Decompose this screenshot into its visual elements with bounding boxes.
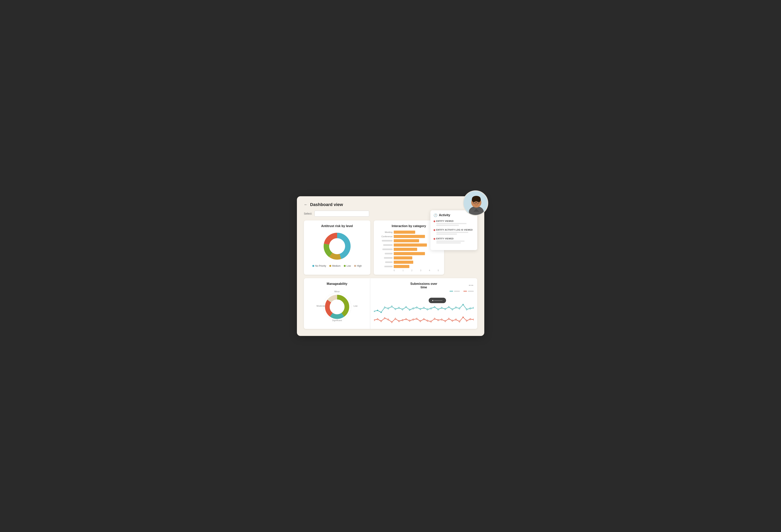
activity-event-3: ENTITY VIEWED xyxy=(436,237,474,240)
svg-point-73 xyxy=(452,320,453,321)
antitrust-card: Antitrust risk by level xyxy=(304,220,370,275)
bar-conference xyxy=(394,235,425,238)
svg-point-34 xyxy=(416,307,417,308)
back-button[interactable]: ← xyxy=(304,202,308,207)
svg-point-56 xyxy=(391,321,392,323)
submissions-chart: ● ───── xyxy=(374,294,474,326)
antitrust-donut xyxy=(307,231,367,262)
bar-axis: 012345 xyxy=(379,269,439,272)
svg-point-37 xyxy=(427,309,428,310)
svg-point-30 xyxy=(402,309,403,310)
three-dots-button[interactable]: ••• xyxy=(469,283,474,287)
svg-point-61 xyxy=(409,320,410,321)
bar-row-9 xyxy=(379,265,439,268)
svg-point-40 xyxy=(438,309,439,310)
avatar xyxy=(463,190,488,216)
svg-point-47 xyxy=(462,304,463,305)
svg-point-51 xyxy=(374,319,375,321)
svg-point-28 xyxy=(395,308,396,310)
svg-point-44 xyxy=(452,309,453,310)
svg-point-66 xyxy=(427,320,428,321)
activity-dot-2 xyxy=(434,229,435,231)
bar-5 xyxy=(394,248,417,251)
svg-point-39 xyxy=(434,306,435,308)
legend-no-priority: No Priority xyxy=(312,265,326,267)
low-label: Low xyxy=(354,305,358,307)
svg-point-38 xyxy=(430,308,431,309)
page-title: Dashboard view xyxy=(310,202,343,207)
bar-row-4 xyxy=(379,243,439,247)
svg-point-46 xyxy=(459,308,460,309)
svg-point-62 xyxy=(413,319,414,320)
svg-point-57 xyxy=(395,318,396,319)
antitrust-legend: No Priority Medium Low High xyxy=(307,265,367,267)
bar-6 xyxy=(394,252,425,255)
svg-point-65 xyxy=(423,318,424,320)
svg-point-41 xyxy=(441,307,442,308)
bar-9 xyxy=(394,265,409,268)
submissions-title: Submissions over time xyxy=(407,282,440,289)
legend-medium: Medium xyxy=(329,265,341,267)
activity-event-2: ENTITY ACTIVITY LOG IS VIEWED xyxy=(436,229,474,231)
svg-point-23 xyxy=(377,310,378,311)
legend-series2 xyxy=(463,291,474,292)
activity-item-2: ENTITY ACTIVITY LOG IS VIEWED xyxy=(434,229,474,235)
svg-point-79 xyxy=(473,319,474,320)
manageability-card: Manageability Minor Low Significant Mode… xyxy=(304,278,370,329)
svg-point-68 xyxy=(434,318,435,319)
svg-point-43 xyxy=(448,306,449,308)
submissions-header: Submissions over time ••• xyxy=(374,282,474,289)
svg-point-21 xyxy=(330,300,344,314)
svg-point-60 xyxy=(405,318,406,320)
legend-series1 xyxy=(450,291,460,292)
svg-point-49 xyxy=(470,308,470,309)
svg-point-74 xyxy=(455,319,456,320)
svg-point-58 xyxy=(399,320,399,322)
activity-dot-1 xyxy=(434,220,435,222)
select-label: Select: xyxy=(304,212,312,215)
svg-point-50 xyxy=(473,307,474,308)
submissions-legend xyxy=(374,291,474,292)
bar-row-5 xyxy=(379,248,439,251)
svg-point-52 xyxy=(377,318,378,320)
manageability-title: Manageability xyxy=(307,282,367,285)
activity-item-1: ENTITY VIEWED xyxy=(434,220,474,226)
svg-point-72 xyxy=(448,318,449,319)
svg-point-25 xyxy=(384,307,385,308)
header-left: ← Dashboard view xyxy=(304,202,343,207)
select-input[interactable] xyxy=(315,211,369,217)
svg-point-59 xyxy=(402,319,403,321)
bar-row-8 xyxy=(379,261,439,264)
svg-point-70 xyxy=(441,319,442,320)
antitrust-title: Antitrust risk by level xyxy=(307,224,367,228)
submissions-card: Submissions over time ••• ● ─ xyxy=(370,278,477,329)
svg-point-78 xyxy=(470,318,470,320)
activity-dot-3 xyxy=(434,238,435,240)
svg-point-31 xyxy=(405,306,406,308)
activity-item-3: ENTITY VIEWED xyxy=(434,237,474,243)
bar-row-3 xyxy=(379,239,439,242)
legend-low: Low xyxy=(344,265,351,267)
activity-clock-icon: 🕐 xyxy=(434,213,438,217)
svg-point-27 xyxy=(391,306,392,307)
svg-point-32 xyxy=(409,309,410,310)
svg-point-55 xyxy=(388,319,388,320)
svg-point-53 xyxy=(380,320,381,322)
svg-point-48 xyxy=(466,309,467,310)
svg-point-63 xyxy=(416,318,417,319)
svg-point-26 xyxy=(388,308,388,309)
svg-point-33 xyxy=(413,308,414,309)
svg-point-67 xyxy=(430,321,431,322)
svg-point-69 xyxy=(438,319,439,321)
main-container: ← Dashboard view 💬 🕐 Select: Antitrust r… xyxy=(297,196,484,336)
bar-row-6 xyxy=(379,252,439,255)
bar-row-meeting: Meeting xyxy=(379,231,439,234)
activity-panel: 🕐 Activity ENTITY VIEWED ENTITY ACTIVITY… xyxy=(430,210,477,250)
bar-row-7 xyxy=(379,256,439,260)
svg-point-76 xyxy=(462,316,463,318)
header: ← Dashboard view 💬 🕐 xyxy=(304,202,477,207)
svg-point-54 xyxy=(384,317,385,319)
svg-point-75 xyxy=(459,321,460,322)
activity-title: Activity xyxy=(439,213,450,217)
bar-4 xyxy=(394,243,427,247)
